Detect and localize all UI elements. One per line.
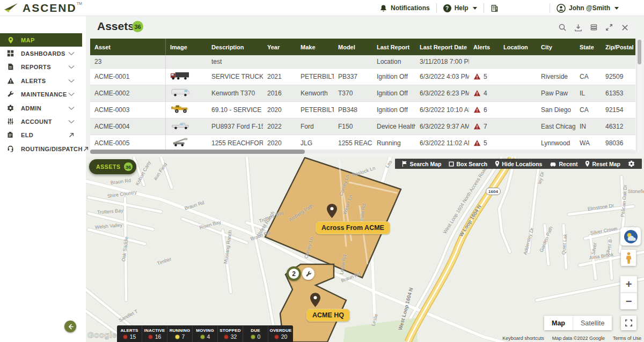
map-toolbar-search-map[interactable]: Search Map: [398, 161, 445, 167]
map-settings-button[interactable]: [624, 160, 639, 167]
table-row-acme-0002[interactable]: ACME-0002Kenworth T3702016KenworthT370Ig…: [90, 85, 635, 102]
resources-button[interactable]: [484, 4, 505, 12]
brand-logo[interactable]: ASCENDTM: [3, 2, 82, 14]
sidebar-item-alerts[interactable]: ALERTS: [0, 74, 82, 87]
column-header-model[interactable]: Model: [334, 44, 372, 50]
make-cell: Kenworth: [296, 90, 334, 97]
sidebar-item-map[interactable]: MAP: [0, 33, 82, 47]
map-canvas[interactable]: Braun RdShire CountryTrotters BayWelsh V…: [86, 157, 644, 342]
dashboard-grid-icon: [7, 50, 14, 57]
sidebar-item-account[interactable]: ACCOUNT: [0, 115, 82, 128]
status-alerts[interactable]: ALERTS15: [117, 325, 142, 342]
status-due[interactable]: DUE0: [243, 325, 268, 342]
alert-triangle-icon: [7, 77, 14, 85]
status-moving[interactable]: MOVING4: [193, 325, 218, 342]
geofence-label-across-from-acme[interactable]: Across From ACME: [316, 221, 390, 234]
make-cell: JLG: [296, 139, 334, 147]
attribution-terms-of-use[interactable]: Terms of Use: [613, 336, 641, 341]
status-dot-icon: [123, 334, 128, 339]
map-toolbar-hide-locations[interactable]: Hide Locations: [491, 161, 546, 167]
brand-trademark: TM: [77, 2, 82, 5]
pegman-streetview-control[interactable]: [621, 250, 636, 266]
sidebar-item-label: MAP: [21, 37, 82, 43]
notifications-button[interactable]: Notifications: [373, 4, 436, 12]
car-icon: [550, 161, 557, 167]
chevron-down-icon: [68, 120, 75, 124]
column-header-image[interactable]: Image: [166, 44, 207, 50]
asset-cell: ACME-0002: [90, 85, 166, 101]
help-menu[interactable]: ? Help: [437, 4, 484, 12]
sidebar-item-maintenance[interactable]: MAINTENANCE: [0, 88, 82, 101]
table-row-acme-0001[interactable]: ACME-0001SERVICE TRUCK PTRB2021PETERBILT…: [90, 69, 635, 85]
column-header-alerts[interactable]: Alerts: [469, 44, 499, 50]
chevron-down-icon: [68, 106, 75, 110]
map-toolbar-label: Recent: [559, 161, 577, 167]
rows-icon[interactable]: [589, 23, 598, 32]
map-type-map-button[interactable]: Map: [544, 316, 573, 330]
horizontal-scroll-thumb[interactable]: [90, 150, 305, 154]
column-header-year[interactable]: Year: [263, 44, 296, 50]
last-report-cell: Ignition Off: [372, 106, 415, 114]
zip-cell: 61353: [601, 90, 635, 97]
status-label: MOVING: [196, 328, 214, 333]
map-toolbar-reset-map[interactable]: Reset Map: [581, 161, 624, 167]
table-vertical-scrollbar[interactable]: [636, 39, 641, 152]
sidebar-item-routing-dispatch[interactable]: ROUTING/DISPATCH: [0, 142, 82, 155]
user-menu[interactable]: John @Smith: [550, 4, 625, 13]
table-row-23[interactable]: 23testLocation3/11/2018 7:00 PM: [90, 55, 635, 69]
attribution-keyboard-shortcuts[interactable]: Keyboard shortcuts: [502, 336, 544, 341]
map-toolbar-box-search[interactable]: Box Search: [445, 161, 491, 167]
map-toolbar-label: Hide Locations: [502, 161, 542, 167]
column-header-location[interactable]: Location: [499, 44, 537, 50]
table-row-acme-0003[interactable]: ACME-000369.10 - SERVICE TRUCK2020PETERB…: [90, 102, 635, 118]
weather-layer-button[interactable]: [620, 227, 641, 246]
location-pin-acme-hq[interactable]: [310, 293, 320, 307]
map-type-satellite-button[interactable]: Satellite: [573, 316, 612, 330]
map-fullscreen-button[interactable]: [621, 316, 636, 330]
map-zoom-out-button[interactable]: −: [620, 293, 637, 309]
column-header-last-report[interactable]: Last Report: [372, 44, 415, 50]
search-icon[interactable]: [558, 23, 567, 32]
table-horizontal-scrollbar[interactable]: [90, 150, 635, 154]
table-row-acme-0004[interactable]: ACME-0004PU8937 Ford F-1502022FordF150De…: [90, 118, 635, 135]
map-toolbar-label: Box Search: [456, 161, 487, 167]
attribution-map-data-2022-google[interactable]: Map data ©2022 Google: [552, 336, 605, 341]
wheel-loader-thumbnail: [166, 105, 207, 115]
weather-icon: [624, 229, 638, 244]
map-assets-pill[interactable]: ASSETS 36: [89, 159, 136, 174]
column-header-state[interactable]: State: [575, 44, 601, 50]
status-inactive[interactable]: INACTIVE16: [142, 325, 167, 342]
sidebar-collapse-button[interactable]: [64, 321, 76, 332]
geofence-label-acme-hq[interactable]: ACME HQ: [306, 309, 350, 322]
status-stopped[interactable]: STOPPED32: [218, 325, 243, 342]
close-icon[interactable]: [620, 23, 629, 32]
chevron-down-icon: [68, 65, 75, 69]
alert-triangle-icon: [473, 139, 481, 147]
asset-cluster-marker[interactable]: 2: [287, 266, 301, 281]
map-zoom-in-button[interactable]: +: [620, 276, 637, 293]
asset-cell: 23: [90, 55, 166, 68]
zip-cell: 98036: [601, 139, 635, 147]
expand-icon[interactable]: [605, 23, 613, 32]
map-toolbar-recent[interactable]: Recent: [546, 161, 581, 167]
location-pin-across-from-acme[interactable]: [327, 204, 337, 218]
column-header-asset[interactable]: Asset: [90, 39, 166, 55]
city-cell: Lynnwood: [537, 139, 575, 147]
sidebar-item-eld[interactable]: ELD: [0, 129, 82, 142]
boom-lift-thumbnail: [166, 138, 207, 148]
column-header-make[interactable]: Make: [296, 44, 334, 50]
sidebar-item-reports[interactable]: REPORTS: [0, 61, 82, 74]
sidebar-item-dashboards[interactable]: DASHBOARDS: [0, 47, 82, 60]
brand-name: ASCEND: [23, 2, 77, 14]
sidebar-item-admin[interactable]: ADMIN: [0, 101, 82, 115]
status-running[interactable]: RUNNING7: [167, 325, 193, 342]
column-header-last-report-date[interactable]: Last Report Date: [415, 44, 469, 50]
vertical-scroll-thumb[interactable]: [638, 40, 641, 64]
maintenance-wrench-marker[interactable]: [302, 267, 314, 280]
column-header-city[interactable]: City: [537, 44, 575, 50]
download-icon[interactable]: [574, 23, 582, 32]
column-header-zip-postal[interactable]: Zip/Postal: [601, 44, 635, 50]
user-avatar-icon: [557, 4, 566, 13]
status-overdue[interactable]: OVERDUE20: [268, 325, 293, 342]
column-header-description[interactable]: Description: [207, 44, 263, 50]
